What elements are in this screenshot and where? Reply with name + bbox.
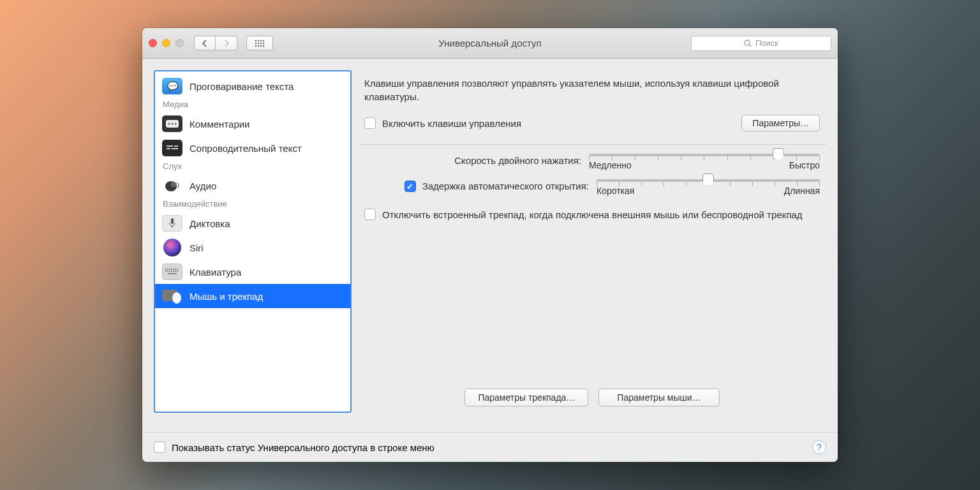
speech-icon: 💬 (162, 78, 182, 94)
sidebar-item-label: Проговаривание текста (189, 81, 293, 92)
svg-rect-29 (171, 269, 172, 270)
sidebar-item-label: Сопроводительный текст (189, 143, 302, 154)
sidebar[interactable]: 💬 Проговаривание текста Медиа Комментари… (154, 70, 352, 413)
svg-rect-18 (167, 145, 173, 147)
svg-rect-32 (177, 269, 178, 270)
microphone-icon (162, 215, 182, 232)
svg-point-4 (255, 42, 256, 43)
svg-rect-33 (165, 271, 167, 272)
svg-point-1 (258, 40, 259, 41)
sidebar-item-dictation[interactable]: Диктовка (155, 211, 350, 235)
titlebar: Универсальный доступ Поиск (142, 28, 838, 59)
svg-rect-20 (167, 148, 170, 149)
spring-loading-delay-label: Задержка автоматического открытия: (422, 181, 589, 191)
sidebar-item-label: Комментарии (189, 119, 249, 130)
sidebar-item-label: Siri (189, 242, 204, 253)
svg-rect-27 (167, 269, 168, 270)
mouse-trackpad-icon (161, 287, 183, 305)
svg-point-8 (255, 45, 256, 46)
svg-point-17 (175, 123, 177, 125)
minimize-icon[interactable] (162, 39, 170, 47)
sidebar-item-speech[interactable]: 💬 Проговаривание текста (155, 74, 350, 98)
svg-rect-40 (168, 273, 177, 274)
window-title: Универсальный доступ (438, 38, 541, 48)
sidebar-item-label: Диктовка (189, 218, 230, 229)
forward-button (216, 36, 237, 50)
comments-icon (162, 115, 182, 132)
captions-icon (162, 140, 182, 156)
svg-point-2 (260, 40, 262, 41)
svg-point-15 (168, 123, 170, 125)
svg-point-3 (263, 40, 264, 41)
svg-rect-36 (171, 271, 172, 272)
spring-loading-delay-checkbox[interactable] (405, 181, 416, 192)
svg-line-13 (749, 45, 751, 47)
svg-rect-34 (167, 271, 168, 272)
svg-point-9 (258, 45, 259, 46)
svg-point-23 (170, 182, 177, 187)
keyboard-icon (162, 264, 182, 280)
svg-rect-37 (173, 271, 174, 272)
mouse-keys-options-button[interactable]: Параметры… (741, 115, 820, 131)
main-panel: Клавиши управления позволяют управлять у… (360, 70, 826, 413)
svg-point-12 (745, 40, 750, 45)
svg-rect-35 (169, 271, 170, 272)
search-input[interactable]: Поиск (691, 36, 831, 51)
slider-min-label: Медленно (589, 160, 632, 170)
svg-rect-31 (175, 269, 176, 270)
svg-rect-26 (165, 269, 167, 270)
svg-point-16 (172, 123, 174, 125)
footer: Показывать статус Универсального доступа… (142, 432, 838, 462)
svg-point-0 (255, 40, 256, 41)
svg-rect-38 (175, 271, 176, 272)
close-icon[interactable] (149, 39, 157, 47)
double-click-speed-slider[interactable] (589, 154, 820, 156)
enable-mouse-keys-checkbox[interactable] (364, 117, 376, 129)
show-status-menubar-checkbox[interactable] (154, 442, 165, 453)
slider-max-label: Длинная (784, 186, 820, 196)
sidebar-section-interaction: Взаимодействие (155, 198, 350, 211)
svg-rect-21 (172, 148, 178, 149)
sidebar-item-mouse-trackpad[interactable]: Мышь и трекпад (155, 284, 350, 308)
svg-rect-28 (169, 269, 170, 270)
sidebar-item-comments[interactable]: Комментарии (155, 112, 350, 136)
svg-point-5 (258, 42, 259, 43)
audio-icon (162, 177, 182, 194)
spring-loading-delay-slider[interactable] (597, 179, 820, 182)
svg-point-7 (263, 42, 264, 43)
back-button[interactable] (194, 36, 216, 50)
sidebar-item-siri[interactable]: Siri (155, 235, 350, 260)
svg-rect-24 (171, 218, 174, 224)
ignore-trackpad-checkbox[interactable] (364, 209, 376, 220)
mouse-options-button[interactable]: Параметры мыши… (598, 389, 719, 406)
svg-point-6 (260, 42, 262, 43)
svg-rect-39 (177, 271, 178, 272)
svg-rect-19 (174, 145, 178, 147)
search-placeholder: Поиск (755, 38, 778, 48)
zoom-icon (175, 39, 184, 47)
double-click-speed-label: Скорость двойного нажатия: (364, 155, 581, 166)
show-all-button[interactable] (246, 36, 273, 50)
sidebar-item-label: Клавиатура (189, 267, 241, 278)
help-button[interactable]: ? (812, 440, 826, 454)
sidebar-item-keyboard[interactable]: Клавиатура (155, 260, 350, 284)
svg-point-11 (263, 45, 264, 46)
search-icon (744, 40, 752, 47)
trackpad-options-button[interactable]: Параметры трекпада… (464, 389, 588, 406)
sidebar-item-audio[interactable]: Аудио (155, 174, 350, 198)
sidebar-item-label: Мышь и трекпад (189, 291, 263, 302)
sidebar-section-media: Медиа (155, 98, 350, 112)
sidebar-item-captions[interactable]: Сопроводительный текст (155, 136, 350, 160)
svg-point-42 (172, 292, 181, 304)
sidebar-item-label: Аудио (189, 181, 216, 191)
slider-max-label: Быстро (789, 160, 820, 170)
svg-point-10 (260, 45, 262, 46)
nav-buttons (194, 36, 237, 50)
siri-icon (163, 239, 181, 256)
preferences-window: Универсальный доступ Поиск 💬 Проговарива… (142, 28, 838, 462)
show-status-menubar-label: Показывать статус Универсального доступа… (172, 442, 434, 453)
divider (360, 144, 826, 145)
svg-rect-30 (173, 269, 174, 270)
ignore-trackpad-label: Отключить встроенный трекпад, когда подк… (382, 209, 802, 221)
sidebar-section-hearing: Слух (155, 160, 350, 174)
